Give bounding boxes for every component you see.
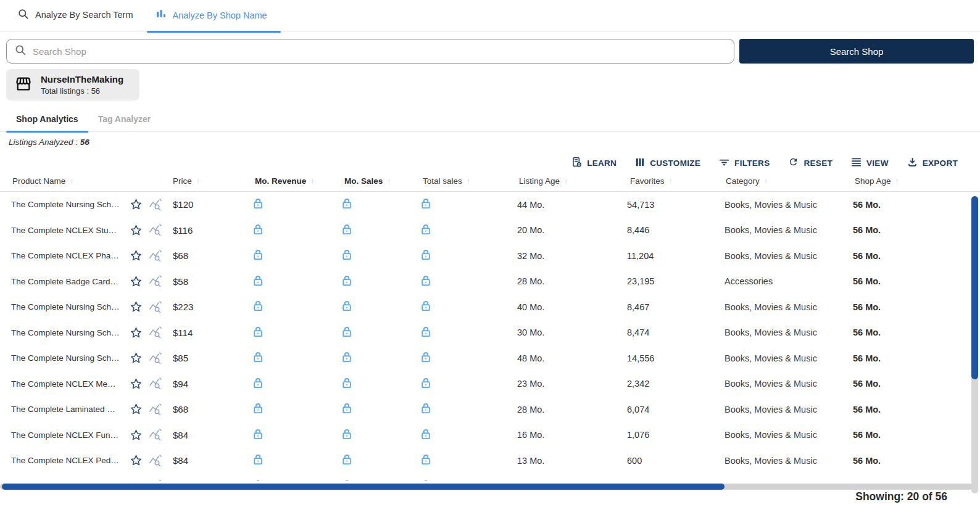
sort-arrow-icon[interactable]: ↑ [310,177,314,186]
table-row[interactable]: The Complete NCLEX Phar…$6832 Mo.11,204B… [0,243,980,269]
favorite-star-icon[interactable] [130,480,143,481]
analyze-trend-icon[interactable] [149,224,162,236]
table-row[interactable]: The Complete Nursing Sch…$8548 Mo.14,556… [0,345,980,371]
product-name[interactable]: The Complete Laminated S… [11,405,120,414]
view-button[interactable]: VIEW [851,157,889,169]
horizontal-scrollbar-track[interactable] [0,484,973,490]
mo-revenue-locked-cell[interactable] [244,300,334,314]
table-row[interactable]: The Complete NCLEX Pediat…$8413 Mo.600Bo… [0,448,980,474]
mo-revenue-locked-cell[interactable] [244,453,334,468]
total-sales-locked-cell[interactable] [413,351,507,365]
total-sales-locked-cell[interactable] [413,402,507,416]
product-name[interactable]: The Complete Nursing Sch… [11,353,120,363]
table-row[interactable]: The Complete NCLEX Study …$11620 Mo.8,44… [0,218,980,244]
table-row[interactable] [0,474,980,482]
table-row[interactable]: The Complete Badge Card …$5828 Mo.23,195… [0,269,980,295]
column-header-total-sales[interactable]: Total sales↑ [413,176,507,186]
analyze-trend-icon[interactable] [149,429,162,441]
shop-search-box[interactable] [6,39,734,64]
mo-sales-locked-cell[interactable] [334,351,413,365]
product-name[interactable]: The Complete Nursing Sch… [11,302,120,311]
column-header-favorites[interactable]: Favorites↑ [617,176,714,186]
mo-revenue-locked-cell[interactable] [244,351,334,365]
total-sales-locked-cell[interactable] [413,326,507,340]
sort-arrow-icon[interactable]: ↑ [387,177,391,186]
shop-card[interactable]: NurseInTheMaking Total listings : 56 [6,69,139,101]
mo-revenue-locked-cell[interactable] [244,402,334,416]
export-button[interactable]: EXPORT [907,157,958,169]
sort-arrow-icon[interactable]: ↑ [564,177,568,186]
analyze-trend-icon[interactable] [149,480,162,481]
total-sales-locked-cell[interactable] [413,274,507,289]
mo-sales-locked-cell[interactable] [334,479,413,481]
mo-revenue-locked-cell[interactable] [244,377,334,391]
product-name[interactable]: The Complete NCLEX Med S… [11,379,120,389]
table-row[interactable]: The Complete NCLEX Med S…$9423 Mo.2,342B… [0,371,980,397]
column-header-listing-age[interactable]: Listing Age↑ [507,176,617,186]
mo-revenue-locked-cell[interactable] [244,197,334,212]
mo-revenue-locked-cell[interactable] [244,326,334,340]
analyze-trend-icon[interactable] [149,352,162,365]
analyze-trend-icon[interactable] [149,326,162,339]
mo-revenue-locked-cell[interactable] [244,428,334,442]
analyze-trend-icon[interactable] [149,301,162,313]
tab-shop-analytics[interactable]: Shop Analytics [6,108,88,131]
column-header-product-name[interactable]: Product Name↑ [0,176,162,186]
total-sales-locked-cell[interactable] [413,249,507,263]
sort-arrow-icon[interactable]: ↑ [895,177,899,186]
product-name[interactable]: The Complete Nursing Sch… [11,328,120,337]
column-header-mo-sales[interactable]: Mo. Sales↑ [334,176,413,186]
tab-analyze-by-search-term[interactable]: Analyze By Search Term [9,8,147,31]
sort-arrow-icon[interactable]: ↑ [70,177,73,186]
table-row[interactable]: The Complete NCLEX Funda…$8416 Mo.1,076B… [0,422,980,448]
mo-sales-locked-cell[interactable] [334,223,413,237]
favorite-star-icon[interactable] [130,326,143,339]
favorite-star-icon[interactable] [130,352,143,365]
mo-sales-locked-cell[interactable] [334,428,413,442]
analyze-trend-icon[interactable] [149,455,162,467]
mo-sales-locked-cell[interactable] [334,326,413,340]
mo-revenue-locked-cell[interactable] [244,223,334,237]
customize-button[interactable]: CUSTOMIZE [635,157,700,169]
column-header-mo-revenue[interactable]: Mo. Revenue↑ [244,176,334,186]
table-row[interactable]: The Complete Nursing Sch…$12044 Mo.54,71… [0,192,980,218]
vertical-scrollbar-track[interactable] [971,196,978,493]
favorite-star-icon[interactable] [130,403,143,416]
favorite-star-icon[interactable] [130,275,143,288]
product-name[interactable]: The Complete Badge Card … [11,277,120,286]
total-sales-locked-cell[interactable] [413,453,507,468]
total-sales-locked-cell[interactable] [413,197,507,212]
mo-sales-locked-cell[interactable] [334,274,413,289]
favorite-star-icon[interactable] [130,249,143,262]
sort-arrow-icon[interactable]: ↑ [196,177,200,186]
mo-revenue-locked-cell[interactable] [244,274,334,289]
tab-analyze-by-shop-name[interactable]: Analyze By Shop Name [147,9,281,31]
mo-sales-locked-cell[interactable] [334,249,413,263]
favorite-star-icon[interactable] [130,300,143,313]
table-row[interactable]: The Complete Laminated S…$6828 Mo.6,074B… [0,397,980,422]
table-row[interactable]: The Complete Nursing Sch…$22340 Mo.8,467… [0,294,980,320]
favorite-star-icon[interactable] [130,377,143,390]
analyze-trend-icon[interactable] [149,275,162,287]
total-sales-locked-cell[interactable] [413,300,507,314]
mo-revenue-locked-cell[interactable] [244,479,334,481]
mo-sales-locked-cell[interactable] [334,377,413,391]
search-shop-input[interactable] [33,46,726,57]
mo-revenue-locked-cell[interactable] [244,249,334,263]
mo-sales-locked-cell[interactable] [334,402,413,416]
search-shop-button[interactable]: Search Shop [739,39,974,64]
column-header-shop-age[interactable]: Shop Age↑ [842,176,953,186]
favorite-star-icon[interactable] [130,198,143,211]
total-sales-locked-cell[interactable] [413,223,507,237]
column-header-price[interactable]: Price↑ [162,176,244,186]
product-name[interactable]: The Complete NCLEX Phar… [11,251,120,260]
favorite-star-icon[interactable] [130,454,143,467]
learn-button[interactable]: LEARN [571,157,617,169]
product-name[interactable]: The Complete NCLEX Pediat… [11,456,120,465]
total-sales-locked-cell[interactable] [413,479,507,481]
product-name[interactable]: The Complete NCLEX Study … [11,226,120,235]
total-sales-locked-cell[interactable] [413,377,507,391]
reset-button[interactable]: RESET [788,157,833,169]
mo-sales-locked-cell[interactable] [334,197,413,212]
tab-tag-analyzer[interactable]: Tag Analyzer [88,108,161,131]
